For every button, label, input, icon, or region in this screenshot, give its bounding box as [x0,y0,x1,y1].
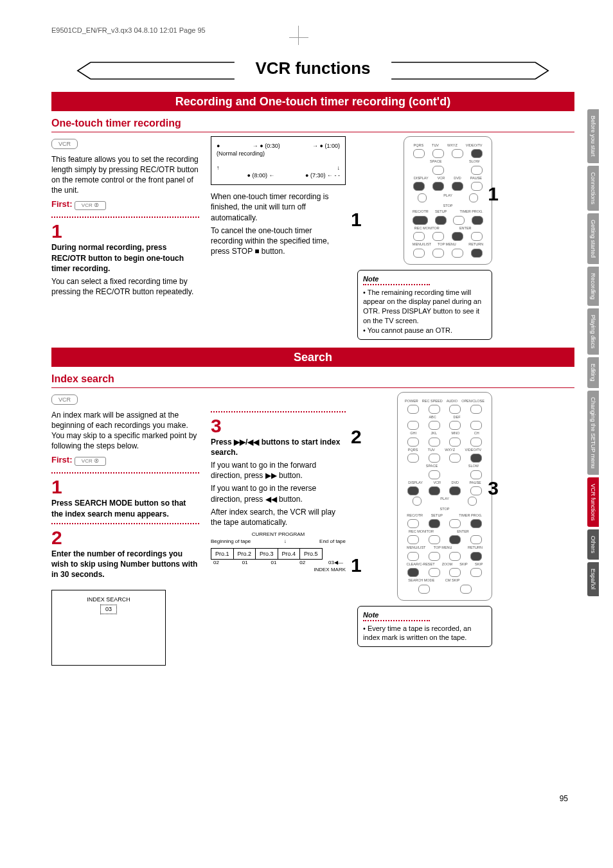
remote-diagram-otr: PQRSTUVWXYZVIDEO/TV SPACESLOW DISPLAYVCR… [404,136,492,265]
search-step1-head: Press SEARCH MODE button so that the ind… [51,498,199,518]
page-number: 95 [560,793,568,804]
otr-note-1: • The remaining recording time will appe… [363,288,486,326]
tab-setup-menu: Changing the SETUP menu [587,391,599,475]
tape-end: End of tape [319,538,346,545]
tab-others: Others [587,529,599,560]
search-step-1-num: 1 [51,477,199,497]
osd-index-search: INDEX SEARCH 03 [51,590,166,666]
search-step3-b1: If you want to go in the forward directi… [211,460,346,481]
remote-diagram-search: POWERREC SPEEDAUDIOOPEN/CLOSE ABCDEF GHI… [397,392,492,601]
tab-vcr-functions: VCR functions [587,477,599,527]
first-label: First: [51,199,73,209]
otr-cancel: To cancel the one-touch timer recording … [211,226,346,257]
search-note-box: Note • Every time a tape is recorded, an… [357,606,492,648]
search-step3-b2: If you want to go in the reverse directi… [211,483,346,504]
otr-note-2: • You cannot pause an OTR. [363,326,486,335]
search-step3-head: Press ▶▶/◀◀ buttons to start index searc… [211,437,346,457]
side-tabs: Before you start Connections Getting sta… [587,109,599,596]
tab-getting-started: Getting started [587,213,599,264]
tab-before-you-start: Before you start [587,109,599,163]
subhead-search: Search [51,348,574,367]
tab-recording: Recording [587,267,599,306]
print-header: E9501CD_EN/FR_v3.qx3 04.8.10 12:01 Page … [51,26,574,35]
dotted-rule [51,217,199,218]
tape-program-table: Pro.1 Pro.2 Pro.3 Pro.4 Pro.5 [211,548,323,560]
tab-espanol: Español [587,562,599,596]
search-step3-b3: After index search, the VCR will play th… [211,507,346,527]
search-step2-head: Enter the number of recordings you wish … [51,549,199,580]
otr-step1-body: You can select a fixed recording time by… [51,276,199,297]
callout-search-1: 1 [351,553,362,579]
otr-intro: This feature allows you to set the recor… [51,154,199,196]
section-heading-otr: One-touch timer recording [51,116,574,132]
dotted-rule [51,523,199,524]
section-heading-search: Index search [51,372,574,388]
page-title: VCR functions [239,57,387,80]
search-step-3-num: 3 [211,416,346,436]
callout-1-left: 1 [351,207,362,233]
otr-step1-head: During normal recording, press REC/OTR b… [51,242,199,274]
subhead-recording: Recording and One-touch timer recording … [51,92,574,111]
tape-begin: Beginning of tape [211,538,251,545]
vcr-remote-icon: VCR ⦿ [75,201,106,211]
vcr-badge-icon-2: VCR [51,394,78,405]
page-title-band: VCR functions [51,61,574,87]
vcr-remote-icon-2: VCR ⦿ [75,457,106,466]
search-step-2-num: 2 [51,528,199,547]
dotted-rule [51,472,199,474]
search-intro: An index mark will be assigned at the be… [51,410,199,452]
crop-mark-v [298,26,299,45]
search-note-1: • Every time a tape is recorded, an inde… [363,624,486,643]
step-number-1: 1 [51,222,199,241]
vcr-badge-icon: VCR [51,139,78,149]
crop-mark-h [289,37,308,38]
note-title: Note [363,274,430,285]
tape-caption: CURRENT PROGRAM [211,531,346,538]
otr-note-box: Note • The remaining recording time will… [357,270,492,340]
otr-time-diagram: ●→ ● (0:30)→ ● (1:00) (Normal recording)… [211,136,346,186]
tab-connections: Connections [587,166,599,211]
first-label-2: First: [51,455,73,465]
callout-search-2: 2 [351,424,362,450]
callout-1-right: 1 [488,181,499,208]
callout-search-3: 3 [488,475,499,502]
tab-editing: Editing [587,357,599,388]
dotted-rule [211,411,346,412]
tab-playing-discs: Playing discs [587,308,599,355]
otr-auto-off: When one-touch timer recording is finish… [211,191,346,223]
note-title-2: Note [363,610,430,621]
index-mark-label: INDEX MARK [211,567,346,574]
